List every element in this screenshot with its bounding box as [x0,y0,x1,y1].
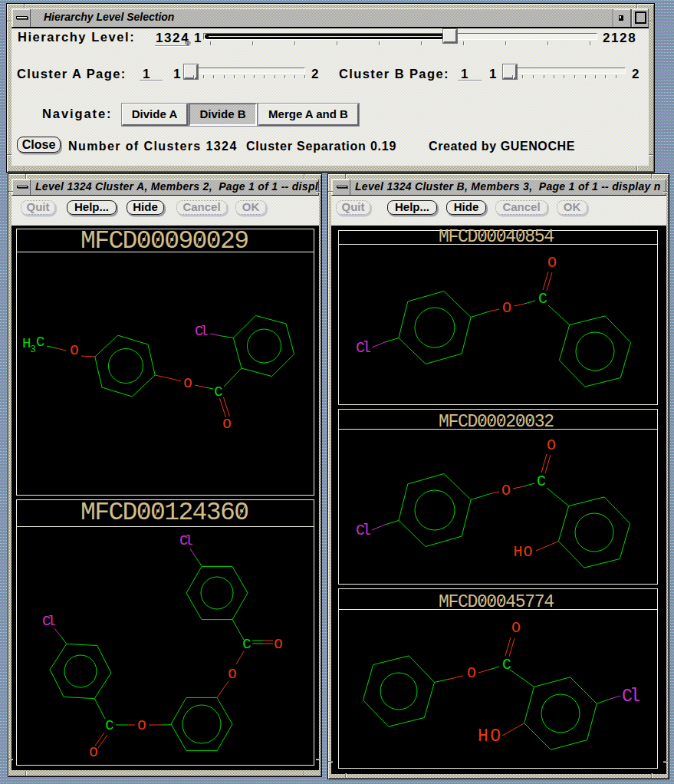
svg-text:MFCD00124360: MFCD00124360 [81,499,249,527]
svg-text:3: 3 [30,344,36,355]
svg-text:Cl: Cl [356,522,371,539]
svg-text:O: O [70,342,78,359]
svg-text:C: C [538,290,547,308]
svg-text:MFCD00045774: MFCD00045774 [439,592,554,612]
svg-text:Cl: Cl [195,323,209,340]
svg-text:MFCD00040854: MFCD00040854 [439,227,554,247]
svg-text:O: O [228,666,236,683]
svg-text:Cl: Cl [42,613,56,630]
svg-text:O: O [137,717,146,734]
svg-text:O: O [511,619,521,637]
svg-text:O: O [222,416,231,433]
svg-text:C: C [537,473,546,490]
svg-text:C: C [242,636,251,653]
svg-text:Cl: Cl [622,687,640,707]
svg-text:C: C [214,384,222,400]
svg-text:Cl: Cl [356,339,371,357]
svg-text:MFCD00090029: MFCD00090029 [81,227,249,255]
svg-text:O: O [467,664,476,682]
svg-text:HO: HO [514,543,533,561]
svg-text:O: O [89,744,97,761]
svg-text:Cl: Cl [179,532,193,549]
svg-text:C: C [105,717,113,734]
svg-text:O: O [274,636,282,653]
svg-text:O: O [547,436,556,454]
svg-text:O: O [183,375,192,392]
svg-text:C: C [502,656,511,674]
svg-text:O: O [501,482,511,499]
svg-text:O: O [547,254,557,272]
svg-text:HO: HO [478,726,501,746]
svg-text:MFCD00020032: MFCD00020032 [439,412,554,432]
svg-text:C: C [36,334,44,351]
svg-text:O: O [502,299,511,317]
